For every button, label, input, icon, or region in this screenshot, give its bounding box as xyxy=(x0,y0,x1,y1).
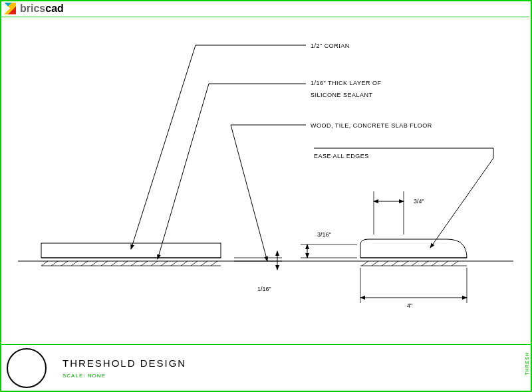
svg-line-20 xyxy=(201,261,207,266)
svg-line-6 xyxy=(61,261,68,266)
svg-line-24 xyxy=(362,261,368,266)
svg-line-32 xyxy=(442,261,448,266)
svg-line-10 xyxy=(101,261,108,266)
svg-line-33 xyxy=(452,261,458,266)
svg-line-19 xyxy=(191,261,198,266)
technical-drawing: 1/2" CORIAN 1/16" THICK LAYER OF SILICON… xyxy=(1,19,531,344)
legend-band: THRESHOLD DESIGN SCALE: NONE xyxy=(1,344,531,391)
dim-lip: 3/16" xyxy=(317,231,331,238)
svg-line-26 xyxy=(382,261,388,266)
svg-line-8 xyxy=(81,261,88,266)
revision-circle-icon xyxy=(7,348,47,388)
svg-line-30 xyxy=(422,261,428,266)
svg-line-21 xyxy=(211,261,217,266)
annotation-corian: 1/2" CORIAN xyxy=(311,43,350,49)
svg-line-15 xyxy=(151,261,158,266)
dim-top-right: 3/4" xyxy=(414,198,424,205)
annotation-sealant-l2: SILICONE SEALANT xyxy=(311,92,373,98)
svg-line-31 xyxy=(432,261,438,266)
legend-text: THRESHOLD DESIGN SCALE: NONE xyxy=(63,357,186,379)
svg-line-18 xyxy=(181,261,188,266)
svg-line-14 xyxy=(141,261,148,266)
svg-line-27 xyxy=(392,261,398,266)
svg-line-4 xyxy=(41,261,48,266)
drawing-title: THRESHOLD DESIGN xyxy=(63,357,186,369)
svg-line-28 xyxy=(402,261,408,266)
svg-line-11 xyxy=(111,261,118,266)
svg-line-16 xyxy=(161,261,168,266)
svg-line-25 xyxy=(372,261,378,266)
app-frame: bricscad xyxy=(0,0,532,392)
annotation-sealant-l1: 1/16" THICK LAYER OF xyxy=(311,80,381,86)
drawing-scale: SCALE: NONE xyxy=(63,373,186,379)
annotation-ease-edges: EASE ALL EDGES xyxy=(314,153,369,159)
svg-line-7 xyxy=(71,261,78,266)
svg-line-29 xyxy=(412,261,418,266)
sheet-label: THRESH xyxy=(525,352,529,375)
svg-line-9 xyxy=(91,261,98,266)
svg-line-5 xyxy=(51,261,58,266)
svg-rect-1 xyxy=(41,243,221,258)
annotation-floor: WOOD, TILE, CONCRETE SLAB FLOOR xyxy=(311,122,432,129)
svg-line-13 xyxy=(131,261,138,266)
svg-line-17 xyxy=(171,261,178,266)
dim-sealant: 1/16" xyxy=(257,286,271,292)
drawing-canvas[interactable]: 1/2" CORIAN 1/16" THICK LAYER OF SILICON… xyxy=(1,19,531,344)
dim-width: 4" xyxy=(407,302,412,309)
svg-line-12 xyxy=(121,261,128,266)
